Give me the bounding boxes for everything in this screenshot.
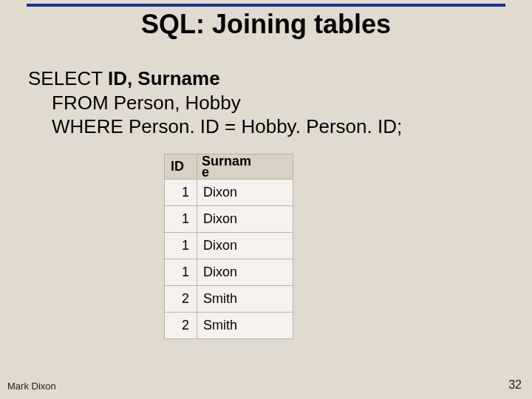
result-table-container: ID Surnam e 1 Dixon 1 Dixon 1 Dixon: [164, 154, 293, 339]
sql-line-3: WHERE Person. ID = Hobby. Person. ID;: [52, 115, 402, 139]
table-row: 1 Dixon: [165, 232, 293, 259]
slide-title: SQL: Joining tables: [0, 9, 532, 40]
cell-id: 2: [165, 312, 197, 338]
table-row: 1 Dixon: [165, 259, 293, 285]
cell-surname: Dixon: [197, 205, 293, 232]
table-row: 1 Dixon: [165, 179, 293, 205]
table-row: 2 Smith: [165, 285, 293, 312]
top-rule: [27, 4, 505, 7]
cell-surname: Dixon: [197, 232, 293, 259]
result-table: ID Surnam e 1 Dixon 1 Dixon 1 Dixon: [164, 154, 293, 339]
cell-id: 2: [165, 285, 197, 312]
header-surname: Surnam e: [197, 154, 293, 180]
cell-id: 1: [165, 232, 197, 259]
table-header-row: ID Surnam e: [165, 154, 293, 180]
cell-id: 1: [165, 259, 197, 285]
sql-select-columns: ID, Surname: [108, 67, 220, 89]
sql-line-1: SELECT ID, Surname: [28, 66, 402, 91]
sql-query: SELECT ID, Surname FROM Person, Hobby WH…: [28, 66, 402, 139]
header-surname-line2: e: [202, 165, 209, 180]
table-row: 2 Smith: [165, 312, 293, 338]
cell-surname: Dixon: [197, 179, 293, 205]
cell-surname: Dixon: [197, 259, 293, 285]
footer-page-number: 32: [508, 378, 522, 392]
cell-surname: Smith: [197, 312, 293, 338]
cell-id: 1: [165, 179, 197, 205]
footer-author: Mark Dixon: [7, 381, 56, 392]
cell-surname: Smith: [197, 285, 293, 312]
header-surname-line1: Surnam: [202, 154, 251, 168]
sql-line-2: FROM Person, Hobby: [52, 91, 402, 115]
table-row: 1 Dixon: [165, 205, 293, 232]
cell-id: 1: [165, 205, 197, 232]
header-id: ID: [165, 154, 197, 180]
sql-select-keyword: SELECT: [28, 67, 108, 89]
